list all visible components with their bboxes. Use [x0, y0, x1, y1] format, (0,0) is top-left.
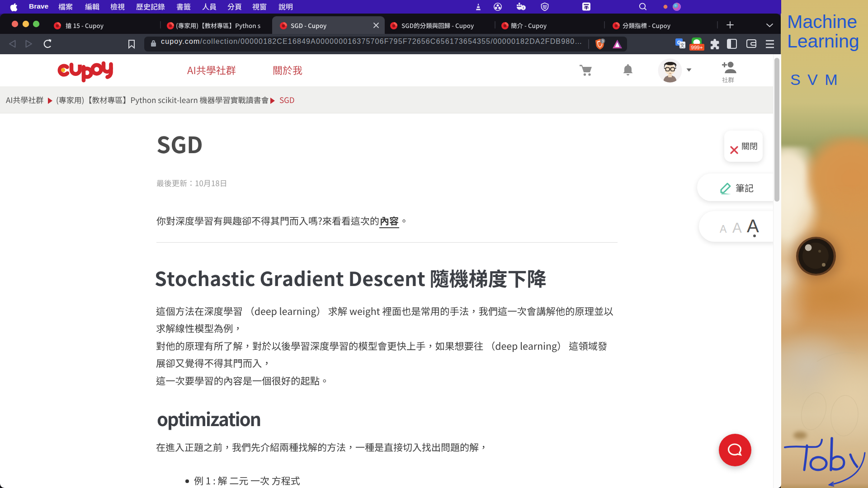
svg-text:999+: 999+ — [691, 45, 703, 50]
svg-text:3: 3 — [601, 39, 604, 43]
svg-text:!: ! — [523, 6, 524, 10]
svg-text:文: 文 — [680, 42, 685, 48]
